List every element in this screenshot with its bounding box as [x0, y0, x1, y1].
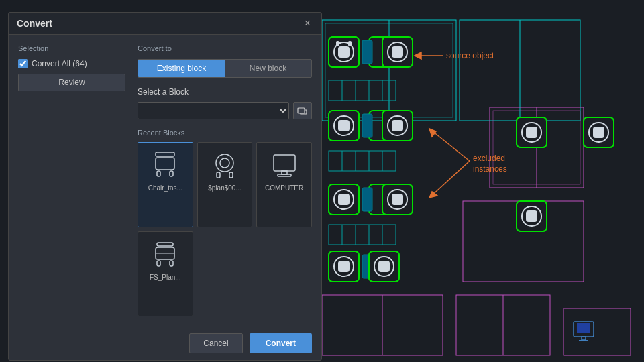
svg-rect-58: [526, 127, 537, 138]
tab-row: Existing block New block: [138, 59, 312, 78]
svg-rect-90: [577, 323, 590, 333]
svg-rect-43: [392, 120, 403, 131]
review-button[interactable]: Review: [18, 74, 125, 91]
svg-rect-93: [298, 108, 305, 113]
svg-rect-102: [274, 155, 295, 171]
svg-rect-34: [362, 40, 372, 64]
block-item-computer[interactable]: COMPUTER: [256, 142, 312, 227]
select-block-label: Select a Block: [138, 87, 312, 97]
svg-rect-49: [392, 194, 403, 205]
computer-block-icon: [268, 148, 301, 180]
svg-rect-94: [156, 152, 174, 156]
block-select-dropdown[interactable]: [138, 102, 289, 119]
existing-block-tab[interactable]: Existing block: [138, 60, 225, 77]
svg-rect-64: [526, 210, 537, 222]
fs-block-name: FS_Plan...: [150, 274, 181, 281]
svg-point-99: [220, 158, 229, 168]
splan-block-name: $plan$00...: [208, 184, 241, 192]
svg-rect-28: [338, 46, 350, 58]
svg-rect-101: [229, 172, 233, 178]
close-button[interactable]: ×: [302, 18, 313, 29]
convert-dialog: Convert × Selection Convert All (64) Rev…: [8, 12, 322, 361]
convert-to-label: Convert to: [138, 44, 312, 52]
recent-blocks-label: Recent Blocks: [138, 129, 312, 137]
selection-panel: Selection Convert All (64) Review: [18, 44, 125, 316]
convert-all-row: Convert All (64): [18, 59, 125, 68]
svg-text:instances: instances: [473, 164, 507, 174]
svg-rect-52: [338, 261, 350, 272]
convert-all-label: Convert All (64): [32, 59, 87, 68]
fs-block-icon: [149, 237, 181, 269]
browse-button[interactable]: [293, 102, 312, 119]
blocks-grid: Chair_tas... $plan$00...: [138, 142, 312, 316]
svg-rect-55: [378, 261, 390, 272]
dialog-footer: Cancel Convert: [9, 326, 321, 360]
svg-rect-35: [362, 114, 372, 137]
svg-rect-108: [157, 261, 160, 266]
svg-rect-100: [217, 172, 220, 178]
cancel-button[interactable]: Cancel: [189, 333, 242, 353]
svg-rect-33: [392, 46, 403, 58]
chair-block-icon: [149, 148, 181, 180]
svg-rect-105: [157, 243, 173, 246]
select-block-row: [138, 102, 312, 119]
splan-block-icon: [209, 148, 241, 180]
svg-rect-104: [278, 174, 291, 176]
svg-rect-96: [157, 171, 160, 176]
dialog-body: Selection Convert All (64) Review Conver…: [9, 35, 321, 326]
svg-rect-92: [579, 340, 588, 341]
convert-to-panel: Convert to Existing block New block Sele…: [138, 44, 312, 316]
svg-rect-29: [336, 41, 339, 46]
svg-rect-36: [362, 188, 372, 211]
convert-all-checkbox[interactable]: [18, 59, 28, 68]
svg-text:source object: source object: [446, 51, 494, 60]
selection-label: Selection: [18, 44, 125, 52]
computer-block-name: COMPUTER: [265, 184, 303, 192]
svg-point-98: [216, 154, 233, 172]
svg-rect-61: [593, 127, 604, 138]
svg-rect-46: [338, 194, 350, 205]
new-block-tab[interactable]: New block: [225, 60, 311, 77]
convert-button[interactable]: Convert: [250, 333, 312, 353]
svg-rect-97: [170, 171, 173, 176]
chair-block-name: Chair_tas...: [148, 184, 182, 192]
svg-rect-109: [170, 261, 173, 266]
dialog-title: Convert: [17, 18, 52, 29]
block-item-fs[interactable]: FS_Plan...: [138, 231, 193, 316]
svg-rect-40: [338, 120, 350, 131]
block-item-splan[interactable]: $plan$00...: [197, 142, 253, 227]
svg-text:excluded: excluded: [473, 154, 505, 163]
block-item-chair[interactable]: Chair_tas...: [138, 142, 193, 227]
svg-rect-95: [156, 158, 174, 170]
svg-rect-30: [348, 41, 352, 46]
dialog-titlebar: Convert ×: [9, 13, 321, 35]
